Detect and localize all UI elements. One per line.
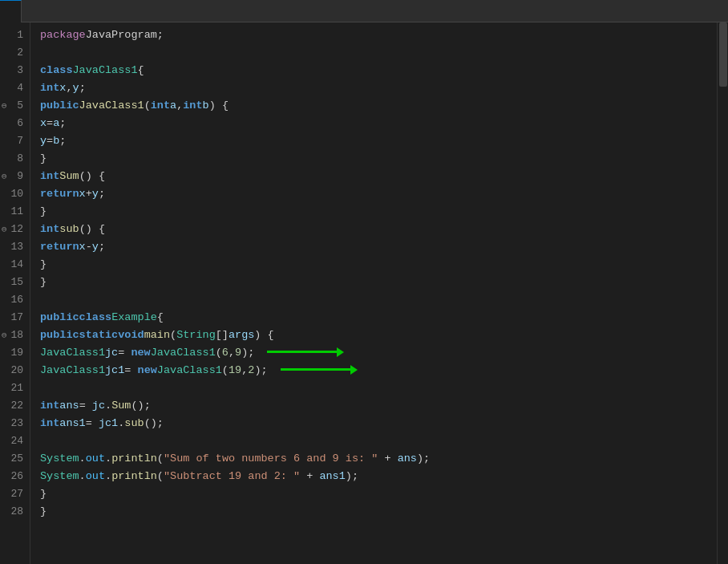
code-line-24 — [40, 432, 717, 449]
code-line-13: return x-y; — [40, 237, 717, 255]
line-number-11: 11 — [0, 202, 30, 220]
line-number-10: 10 — [0, 185, 30, 202]
line-number-14: 14 — [0, 255, 30, 273]
code-line-21 — [40, 379, 717, 396]
code-line-3: class JavaClass1 { — [40, 61, 717, 79]
line-number-5: 5 — [0, 96, 30, 114]
line-number-3: 3 — [0, 61, 30, 79]
code-line-14: } — [40, 255, 717, 273]
line-number-21: 21 — [0, 379, 30, 396]
code-line-4: int x,y; — [40, 79, 717, 96]
line-number-16: 16 — [0, 290, 30, 308]
code-line-27: } — [40, 485, 717, 502]
maximize-button[interactable] — [706, 0, 728, 22]
code-area[interactable]: package JavaProgram;class JavaClass1 { i… — [30, 22, 717, 564]
code-line-17: public class Example { — [40, 308, 717, 326]
code-line-7: y=b; — [40, 132, 717, 149]
line-number-26: 26 — [0, 467, 30, 485]
line-number-8: 8 — [0, 149, 30, 167]
line-number-20: 20 — [0, 361, 30, 379]
line-number-28: 28 — [0, 502, 30, 520]
green-arrow-19 — [267, 347, 338, 359]
code-line-5: public JavaClass1(int a,int b) { — [40, 96, 717, 114]
code-line-22: int ans= jc.Sum(); — [40, 396, 717, 414]
scrollbar-track[interactable] — [717, 22, 728, 564]
line-number-23: 23 — [0, 414, 30, 432]
line-number-15: 15 — [0, 273, 30, 290]
title-bar — [0, 0, 728, 22]
code-line-23: int ans1= jc1.sub(); — [40, 414, 717, 432]
line-number-27: 27 — [0, 485, 30, 502]
code-line-20: JavaClass1 jc1 = new JavaClass1(19,2); — [40, 361, 717, 379]
code-line-15: } — [40, 273, 717, 290]
green-arrow-20 — [281, 364, 351, 376]
code-line-6: x=a; — [40, 114, 717, 132]
line-numbers: 1234567891011121314151617181920212223242… — [0, 22, 30, 564]
scrollbar-thumb[interactable] — [719, 22, 727, 87]
code-line-26: System.out.println("Subtract 19 and 2: "… — [40, 467, 717, 485]
code-line-18: public static void main(String[] args) { — [40, 326, 717, 343]
line-number-24: 24 — [0, 432, 30, 449]
line-number-9: 9 — [0, 167, 30, 185]
line-number-18: 18 — [0, 326, 30, 343]
code-line-1: package JavaProgram; — [40, 26, 717, 43]
code-line-11: } — [40, 202, 717, 220]
line-number-19: 19 — [0, 343, 30, 361]
line-number-12: 12 — [0, 220, 30, 237]
code-line-10: return x+y; — [40, 185, 717, 202]
code-line-28: } — [40, 502, 717, 520]
code-line-9: int Sum() { — [40, 167, 717, 185]
line-number-4: 4 — [0, 79, 30, 96]
line-number-7: 7 — [0, 132, 30, 149]
line-number-2: 2 — [0, 43, 30, 61]
code-line-19: JavaClass1 jc = new JavaClass1(6,9); — [40, 343, 717, 361]
minimize-button[interactable] — [683, 0, 706, 22]
code-line-25: System.out.println("Sum of two numbers 6… — [40, 449, 717, 467]
line-number-1: 1 — [0, 26, 30, 43]
code-line-2 — [40, 43, 717, 61]
editor-tab[interactable] — [0, 0, 22, 22]
line-number-6: 6 — [0, 114, 30, 132]
line-number-13: 13 — [0, 237, 30, 255]
code-line-8: } — [40, 149, 717, 167]
code-line-12: int sub() { — [40, 220, 717, 237]
line-number-25: 25 — [0, 449, 30, 467]
window-controls — [683, 0, 728, 22]
line-number-17: 17 — [0, 308, 30, 326]
code-line-16 — [40, 290, 717, 308]
line-number-22: 22 — [0, 396, 30, 414]
editor: 1234567891011121314151617181920212223242… — [0, 22, 728, 564]
